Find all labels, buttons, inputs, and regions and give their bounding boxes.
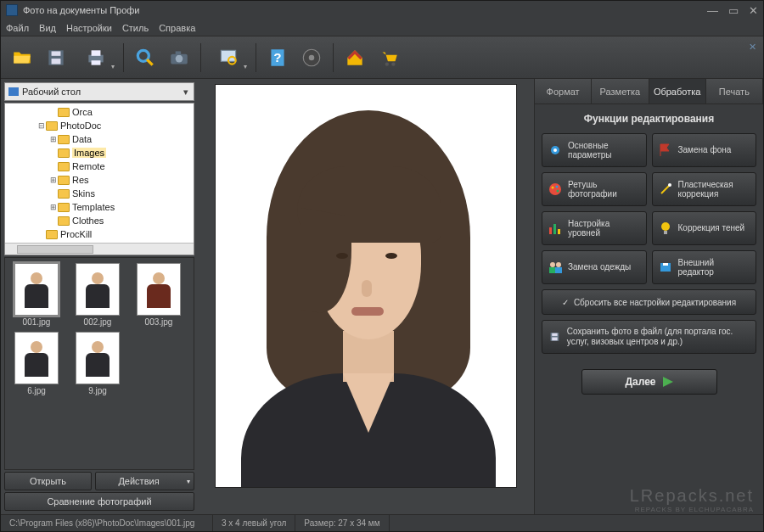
thumbnail[interactable]: 9.jpg xyxy=(71,332,124,395)
func-label: Коррекция теней xyxy=(678,223,745,233)
titlebar: Фото на документы Профи — ▭ ✕ xyxy=(1,1,763,20)
actions-button[interactable]: Действия xyxy=(95,472,194,490)
svg-point-9 xyxy=(176,54,183,62)
svg-point-30 xyxy=(661,222,670,231)
tab-3[interactable]: Печать xyxy=(706,79,763,104)
app-icon xyxy=(6,4,18,16)
thumbnail[interactable]: 001.jpg xyxy=(10,263,63,327)
close-button[interactable]: ✕ xyxy=(749,4,758,17)
func-shirt[interactable]: Внешний редактор xyxy=(652,250,757,284)
svg-point-17 xyxy=(385,62,389,65)
reset-button[interactable]: ✓ Сбросить все настройки редактирования xyxy=(542,289,756,315)
func-label: Внешний редактор xyxy=(678,258,751,277)
svg-rect-1 xyxy=(52,51,61,55)
thumbnail-grid: 001.jpg002.jpg003.jpg6.jpg9.jpg xyxy=(4,257,194,470)
arrow-right-icon xyxy=(663,377,673,387)
print-icon[interactable] xyxy=(74,42,118,74)
menu-Вид[interactable]: Вид xyxy=(39,23,56,33)
thumbnail[interactable]: 003.jpg xyxy=(132,263,185,327)
svg-point-32 xyxy=(550,262,555,267)
func-gear[interactable]: Основные параметры xyxy=(542,133,647,167)
toolbar: ? ✕ xyxy=(1,36,763,79)
tree-item[interactable]: Images xyxy=(5,146,194,160)
folder-tree: Orca⊟PhotoDoc⊞DataImagesRemote⊞ResSkins⊞… xyxy=(4,103,194,255)
tree-item[interactable]: ⊟PhotoDoc xyxy=(5,119,194,132)
svg-rect-4 xyxy=(92,50,101,56)
compare-button[interactable]: Сравнение фотографий xyxy=(4,492,194,511)
func-bars[interactable]: Настройка уровней xyxy=(542,211,647,245)
tabs: ФорматРазметкаОбработкаПечать xyxy=(535,79,763,104)
save-icon[interactable] xyxy=(40,42,72,74)
func-label: Пластическая коррекция xyxy=(678,180,751,199)
bars-icon xyxy=(548,221,563,236)
search-icon[interactable] xyxy=(129,42,161,74)
video-icon[interactable] xyxy=(295,42,328,74)
svg-rect-29 xyxy=(558,229,560,234)
tree-item[interactable]: ⊞Res xyxy=(5,173,194,187)
palette-icon xyxy=(548,182,563,197)
location-label: Рабочий стол xyxy=(22,87,81,97)
func-label: Настройка уровней xyxy=(568,219,641,238)
svg-rect-28 xyxy=(553,224,556,234)
svg-point-26 xyxy=(668,183,671,187)
func-flag[interactable]: Замена фона xyxy=(652,133,757,167)
svg-rect-31 xyxy=(664,231,667,234)
tree-item[interactable]: Skins xyxy=(5,187,194,200)
save-label: Сохранить фото в файл (для портала гос. … xyxy=(567,327,749,347)
maximize-button[interactable]: ▭ xyxy=(728,4,739,17)
menu-Справка[interactable]: Справка xyxy=(159,23,195,33)
func-palette[interactable]: Ретушь фотографии xyxy=(542,172,647,206)
reset-label: Сбросить все настройки редактирования xyxy=(574,298,736,307)
preview-icon[interactable] xyxy=(206,42,250,74)
tree-item[interactable]: Clothes xyxy=(5,214,194,227)
thumbnail[interactable]: 6.jpg xyxy=(10,332,63,395)
menubar: ФайлВидНастройкиСтильСправка xyxy=(1,20,763,36)
bulb-icon xyxy=(658,221,673,236)
help-icon[interactable]: ? xyxy=(261,42,294,74)
status-corner: 3 x 4 левый угол xyxy=(213,515,295,531)
open-button[interactable]: Открыть xyxy=(4,472,92,490)
people-icon xyxy=(548,260,563,275)
next-button[interactable]: Далее xyxy=(581,369,717,395)
tab-2[interactable]: Обработка xyxy=(649,79,706,104)
tab-1[interactable]: Разметка xyxy=(592,79,649,104)
svg-point-18 xyxy=(391,62,395,65)
flag-icon xyxy=(658,143,673,158)
cart-icon[interactable] xyxy=(373,42,405,74)
svg-point-22 xyxy=(552,187,554,189)
status-size: Размер: 27 x 34 мм xyxy=(295,515,389,531)
open-icon[interactable] xyxy=(6,42,38,74)
camera-icon[interactable] xyxy=(163,42,195,74)
wand-icon xyxy=(658,182,673,197)
func-wand[interactable]: Пластическая коррекция xyxy=(652,172,757,206)
shirt-icon xyxy=(658,260,673,275)
svg-point-21 xyxy=(549,183,561,195)
menu-Стиль[interactable]: Стиль xyxy=(122,23,149,33)
photo-preview xyxy=(215,84,517,488)
save-to-file-button[interactable]: Сохранить фото в файл (для портала гос. … xyxy=(542,320,756,354)
tree-scrollbar[interactable] xyxy=(5,243,194,255)
tree-item[interactable]: ProcKill xyxy=(5,227,194,241)
svg-line-7 xyxy=(147,59,153,65)
tree-item[interactable]: ⊞Templates xyxy=(5,200,194,214)
func-bulb[interactable]: Коррекция теней xyxy=(652,211,757,245)
tree-item[interactable]: Orca xyxy=(5,105,194,119)
menu-Файл[interactable]: Файл xyxy=(6,23,29,33)
tab-0[interactable]: Формат xyxy=(535,79,592,104)
home-icon[interactable] xyxy=(339,42,371,74)
svg-rect-27 xyxy=(549,227,552,234)
minimize-button[interactable]: — xyxy=(707,4,718,17)
window-title: Фото на документы Профи xyxy=(23,5,140,15)
func-people[interactable]: Замена одежды xyxy=(542,250,647,284)
menu-Настройки[interactable]: Настройки xyxy=(66,23,112,33)
floppy-icon xyxy=(549,328,560,345)
svg-point-20 xyxy=(553,148,557,152)
next-label: Далее xyxy=(625,376,655,388)
func-label: Ретушь фотографии xyxy=(568,180,641,199)
panel-close-icon[interactable]: ✕ xyxy=(749,42,756,53)
location-dropdown[interactable]: Рабочий стол xyxy=(4,82,194,101)
thumbnail[interactable]: 002.jpg xyxy=(71,263,124,327)
tree-item[interactable]: ⊞Data xyxy=(5,132,194,146)
svg-point-16 xyxy=(309,54,315,60)
tree-item[interactable]: Remote xyxy=(5,160,194,173)
